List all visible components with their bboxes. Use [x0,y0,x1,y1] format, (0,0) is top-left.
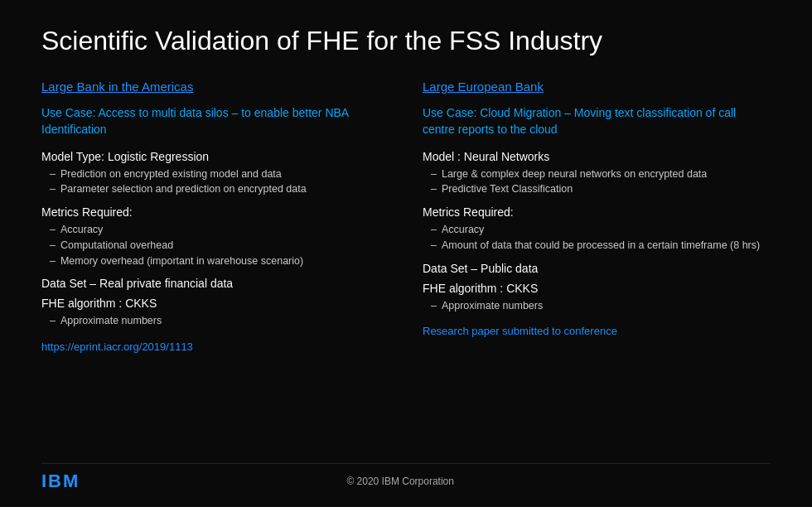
list-item: Amount of data that could be processed i… [431,238,771,254]
list-item: Accuracy [50,222,389,238]
left-model-heading: Model Type: Logistic Regression [41,150,389,163]
left-column-title[interactable]: Large Bank in the Americas [41,80,389,94]
list-item: Large & complex deep neural networks on … [431,167,771,182]
ibm-logo: IBM [41,472,80,490]
right-algorithm-bullets: Approximate numbers [431,298,771,314]
left-algorithm-bullets: Approximate numbers [50,313,389,329]
right-column-title[interactable]: Large European Bank [423,80,771,94]
right-metrics-bullets: Accuracy Amount of data that could be pr… [431,222,771,254]
left-metrics-bullets: Accuracy Computational overhead Memory o… [50,222,389,268]
right-model-bullets: Large & complex deep neural networks on … [431,167,771,198]
right-column: Large European Bank Use Case: Cloud Migr… [423,80,771,463]
left-link[interactable]: https://eprint.iacr.org/2019/1113 [41,340,389,353]
right-model-heading: Model : Neural Networks [423,150,771,163]
left-dataset: Data Set – Real private financial data [41,277,389,290]
left-column: Large Bank in the Americas Use Case: Acc… [41,80,389,463]
list-item: Memory overhead (important in warehouse … [50,254,389,269]
slide-title: Scientific Validation of FHE for the FSS… [41,25,771,56]
list-item: Accuracy [431,222,771,238]
right-algorithm: FHE algorithm : CKKS [423,282,771,295]
right-dataset: Data Set – Public data [423,262,771,275]
right-metrics-heading: Metrics Required: [423,205,771,219]
research-note: Research paper submitted to conference [423,325,771,337]
left-metrics-heading: Metrics Required: [41,205,389,219]
list-item: Approximate numbers [431,298,771,314]
content-area: Large Bank in the Americas Use Case: Acc… [41,80,771,463]
left-use-case: Use Case: Access to multi data silos – t… [41,105,389,138]
ibm-logo-text: IBM [41,472,80,490]
list-item: Predictive Text Classification [431,181,771,197]
list-item: Prediction on encrypted existing model a… [50,167,389,182]
list-item: Parameter selection and prediction on en… [50,181,389,197]
slide: Scientific Validation of FHE for the FSS… [0,0,812,507]
left-model-bullets: Prediction on encrypted existing model a… [50,167,389,198]
left-algorithm: FHE algorithm : CKKS [41,297,389,310]
footer-copyright: © 2020 IBM Corporation [346,476,454,487]
list-item: Approximate numbers [50,313,389,329]
list-item: Computational overhead [50,238,389,254]
footer: IBM © 2020 IBM Corporation [41,463,771,490]
right-use-case: Use Case: Cloud Migration – Moving text … [423,105,771,138]
